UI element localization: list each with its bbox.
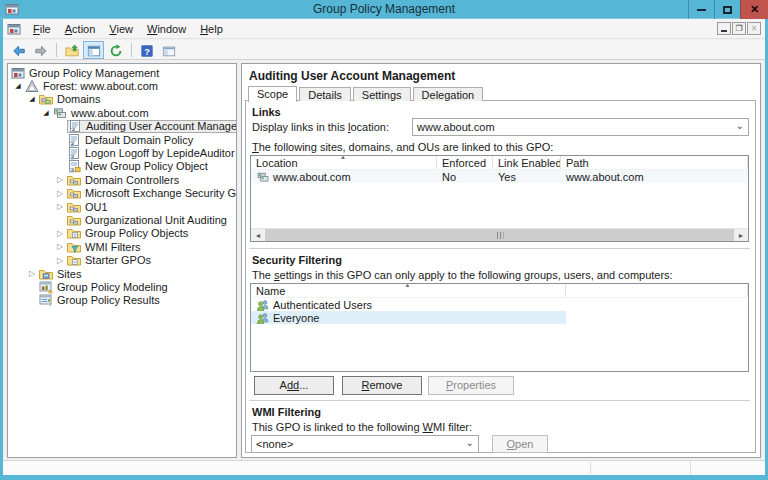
tree-item-label: New Group Policy Object: [85, 160, 208, 172]
back-arrow-button[interactable]: [8, 41, 29, 59]
tab-scope[interactable]: Scope: [248, 86, 297, 102]
ou-folder-icon: [67, 200, 81, 214]
up-one-level-icon: [65, 43, 79, 57]
tree-item[interactable]: Group Policy Results: [8, 294, 236, 307]
location-dropdown[interactable]: www.about.com ⌄: [412, 118, 749, 136]
tree-item[interactable]: New Group Policy Object: [8, 160, 236, 173]
child-minimize-button[interactable]: [717, 22, 731, 35]
sort-ascending-icon: ▲: [340, 156, 346, 160]
up-one-level-button[interactable]: [61, 41, 82, 59]
results-icon: [39, 293, 53, 307]
maximize-button[interactable]: [714, 0, 740, 19]
tree-item[interactable]: ◢www.about.com: [8, 106, 236, 119]
tree-item-label: Sites: [57, 268, 81, 280]
menubar-items: FileActionViewWindowHelp: [26, 20, 230, 38]
tree-item-label: Microsoft Exchange Security Groups: [85, 187, 237, 199]
remove-button[interactable]: Remove: [342, 376, 422, 395]
tree-collapsed-icon[interactable]: ▷: [25, 269, 39, 278]
back-arrow-icon: [12, 43, 26, 57]
child-restore-button[interactable]: ❐: [732, 22, 746, 35]
tab-details[interactable]: Details: [299, 87, 351, 101]
security-principal-name: Everyone: [273, 312, 319, 324]
menu-help[interactable]: Help: [193, 20, 230, 38]
security-list-item[interactable]: Authenticated Users: [251, 298, 748, 311]
domain-icon: [53, 106, 67, 120]
tree-collapsed-icon[interactable]: ▷: [53, 189, 67, 198]
add-button[interactable]: Add...: [254, 376, 334, 395]
console-tree: Group Policy Management◢Forest: www.abou…: [7, 63, 237, 458]
wmi-filter-dropdown[interactable]: <none> ⌄: [251, 435, 479, 453]
column-header-empty: [566, 284, 748, 297]
wmi-filter-dropdown-value: <none>: [256, 438, 293, 450]
tree-item[interactable]: ▷Group Policy Objects: [8, 227, 236, 240]
scroll-left-button[interactable]: ◄: [251, 229, 265, 241]
tree-item[interactable]: ▷Starter GPOs: [8, 253, 236, 266]
gpo-title: Auditing User Account Management: [249, 69, 455, 83]
tree-item[interactable]: Auditing User Account Management: [8, 120, 236, 133]
tree-item[interactable]: Group Policy Management: [8, 66, 236, 79]
app-frame: FileActionViewWindowHelp ❐ ✕ ? Group Pol…: [3, 19, 765, 475]
scroll-right-button[interactable]: ►: [734, 229, 748, 241]
security-list-item[interactable]: Everyone: [251, 311, 748, 324]
tree-item[interactable]: Logon Logoff by LepideAuditor: [8, 146, 236, 159]
links-heading: Links: [252, 106, 281, 118]
tabstrip: ScopeDetailsSettingsDelegation: [248, 86, 485, 101]
gpo-link-icon: [68, 119, 82, 133]
tree-item-label: Auditing User Account Management: [86, 120, 237, 132]
security-list-header: Name▲: [251, 284, 748, 298]
tree-expanded-icon[interactable]: ◢: [39, 109, 53, 117]
column-header-path[interactable]: Path: [561, 156, 748, 169]
links-table-header: Location▲EnforcedLink EnabledPath: [251, 156, 748, 170]
close-button[interactable]: ✕: [740, 0, 768, 19]
tree-collapsed-icon[interactable]: ▷: [53, 175, 67, 184]
tree-collapsed-icon[interactable]: ▷: [53, 256, 67, 265]
links-table-row[interactable]: www.about.comNoYeswww.about.com: [251, 170, 748, 183]
tab-delegation[interactable]: Delegation: [413, 87, 484, 101]
tree-item[interactable]: ▷WMI Filters: [8, 240, 236, 253]
show-console-tree-button[interactable]: [83, 41, 104, 59]
tree-item-label: Group Policy Results: [57, 294, 160, 306]
tree-item-label: Group Policy Modeling: [57, 281, 168, 293]
tree-collapsed-icon[interactable]: ▷: [53, 202, 67, 211]
tree-item[interactable]: ▷OU1: [8, 200, 236, 213]
help-icon: ?: [140, 43, 154, 57]
tree-item[interactable]: Default Domain Policy: [8, 133, 236, 146]
tree-expanded-icon[interactable]: ◢: [11, 82, 25, 90]
forward-arrow-button[interactable]: [30, 41, 51, 59]
tree-item[interactable]: ▷Sites: [8, 267, 236, 280]
menu-window[interactable]: Window: [140, 20, 193, 38]
tree-expanded-icon[interactable]: ◢: [25, 95, 39, 103]
tree-item[interactable]: Ourganizational Unit Auditing: [8, 213, 236, 226]
tree-item[interactable]: Group Policy Modeling: [8, 280, 236, 293]
help-button[interactable]: ?: [136, 41, 157, 59]
minimize-button[interactable]: [688, 0, 714, 19]
child-close-button: ✕: [747, 22, 761, 35]
security-list-rows: Authenticated UsersEveryone: [251, 298, 748, 324]
tab-settings[interactable]: Settings: [353, 87, 411, 101]
chevron-down-icon: ⌄: [736, 120, 744, 131]
cell-value: www.about.com: [566, 171, 644, 183]
location-dropdown-value: www.about.com: [417, 121, 495, 133]
child-close-icon: ✕: [751, 24, 758, 33]
menu-file[interactable]: File: [26, 20, 58, 38]
tree-collapsed-icon[interactable]: ▷: [53, 229, 67, 238]
tree-item-label: Default Domain Policy: [85, 134, 193, 146]
column-header-name[interactable]: Name▲: [251, 284, 566, 297]
scrollbar-thumb[interactable]: [265, 229, 734, 241]
tree-item[interactable]: ◢Forest: www.about.com: [8, 79, 236, 92]
menu-view[interactable]: View: [102, 20, 140, 38]
display-links-label: Display links in this location:: [252, 121, 389, 133]
tree-item[interactable]: ◢Domains: [8, 93, 236, 106]
column-header-link-enabled[interactable]: Link Enabled: [493, 156, 561, 169]
tree-item[interactable]: ▷Microsoft Exchange Security Groups: [8, 187, 236, 200]
gpo-link-new-icon: [67, 159, 81, 173]
menu-action[interactable]: Action: [58, 20, 103, 38]
column-header-enforced[interactable]: Enforced: [437, 156, 493, 169]
column-header-location[interactable]: Location▲: [251, 156, 437, 169]
refresh-button[interactable]: [105, 41, 126, 59]
new-window-button[interactable]: [158, 41, 179, 59]
ou-folder-icon: [67, 186, 81, 200]
group-policy-management-window: { "titlebar": { "title": "Group Policy M…: [0, 0, 768, 480]
tree-item[interactable]: ▷Domain Controllers: [8, 173, 236, 186]
tree-collapsed-icon[interactable]: ▷: [53, 242, 67, 251]
